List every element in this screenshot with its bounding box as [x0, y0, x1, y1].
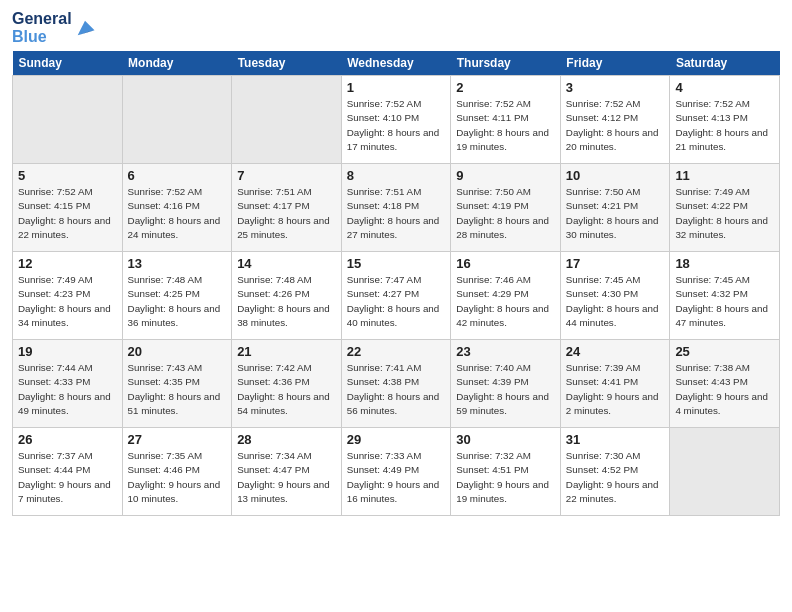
calendar-cell: 18Sunrise: 7:45 AM Sunset: 4:32 PM Dayli…	[670, 252, 780, 340]
day-number: 22	[347, 344, 446, 359]
calendar-cell: 11Sunrise: 7:49 AM Sunset: 4:22 PM Dayli…	[670, 164, 780, 252]
calendar-cell: 3Sunrise: 7:52 AM Sunset: 4:12 PM Daylig…	[560, 76, 670, 164]
calendar-week-5: 26Sunrise: 7:37 AM Sunset: 4:44 PM Dayli…	[13, 428, 780, 516]
day-number: 9	[456, 168, 555, 183]
day-number: 7	[237, 168, 336, 183]
calendar-cell: 30Sunrise: 7:32 AM Sunset: 4:51 PM Dayli…	[451, 428, 561, 516]
day-number: 24	[566, 344, 665, 359]
day-number: 17	[566, 256, 665, 271]
day-number: 11	[675, 168, 774, 183]
weekday-header-row: SundayMondayTuesdayWednesdayThursdayFrid…	[13, 51, 780, 76]
day-number: 29	[347, 432, 446, 447]
calendar-cell: 25Sunrise: 7:38 AM Sunset: 4:43 PM Dayli…	[670, 340, 780, 428]
day-info: Sunrise: 7:51 AM Sunset: 4:17 PM Dayligh…	[237, 185, 336, 242]
day-info: Sunrise: 7:47 AM Sunset: 4:27 PM Dayligh…	[347, 273, 446, 330]
calendar-cell: 5Sunrise: 7:52 AM Sunset: 4:15 PM Daylig…	[13, 164, 123, 252]
logo: GeneralBlue	[12, 10, 96, 45]
day-number: 16	[456, 256, 555, 271]
calendar-cell: 16Sunrise: 7:46 AM Sunset: 4:29 PM Dayli…	[451, 252, 561, 340]
calendar-cell: 26Sunrise: 7:37 AM Sunset: 4:44 PM Dayli…	[13, 428, 123, 516]
day-info: Sunrise: 7:48 AM Sunset: 4:26 PM Dayligh…	[237, 273, 336, 330]
calendar-table: SundayMondayTuesdayWednesdayThursdayFrid…	[12, 51, 780, 516]
day-info: Sunrise: 7:34 AM Sunset: 4:47 PM Dayligh…	[237, 449, 336, 506]
logo-icon	[74, 17, 96, 39]
weekday-header-saturday: Saturday	[670, 51, 780, 76]
day-info: Sunrise: 7:33 AM Sunset: 4:49 PM Dayligh…	[347, 449, 446, 506]
day-number: 6	[128, 168, 227, 183]
day-number: 30	[456, 432, 555, 447]
weekday-header-sunday: Sunday	[13, 51, 123, 76]
calendar-cell: 29Sunrise: 7:33 AM Sunset: 4:49 PM Dayli…	[341, 428, 451, 516]
calendar-cell: 31Sunrise: 7:30 AM Sunset: 4:52 PM Dayli…	[560, 428, 670, 516]
calendar-cell: 9Sunrise: 7:50 AM Sunset: 4:19 PM Daylig…	[451, 164, 561, 252]
calendar-cell: 6Sunrise: 7:52 AM Sunset: 4:16 PM Daylig…	[122, 164, 232, 252]
day-number: 10	[566, 168, 665, 183]
weekday-header-wednesday: Wednesday	[341, 51, 451, 76]
calendar-week-1: 1Sunrise: 7:52 AM Sunset: 4:10 PM Daylig…	[13, 76, 780, 164]
day-info: Sunrise: 7:45 AM Sunset: 4:32 PM Dayligh…	[675, 273, 774, 330]
calendar-cell: 15Sunrise: 7:47 AM Sunset: 4:27 PM Dayli…	[341, 252, 451, 340]
calendar-cell: 12Sunrise: 7:49 AM Sunset: 4:23 PM Dayli…	[13, 252, 123, 340]
day-number: 18	[675, 256, 774, 271]
day-number: 5	[18, 168, 117, 183]
calendar-cell: 13Sunrise: 7:48 AM Sunset: 4:25 PM Dayli…	[122, 252, 232, 340]
weekday-header-monday: Monday	[122, 51, 232, 76]
day-number: 31	[566, 432, 665, 447]
calendar-cell: 14Sunrise: 7:48 AM Sunset: 4:26 PM Dayli…	[232, 252, 342, 340]
day-info: Sunrise: 7:38 AM Sunset: 4:43 PM Dayligh…	[675, 361, 774, 418]
day-info: Sunrise: 7:42 AM Sunset: 4:36 PM Dayligh…	[237, 361, 336, 418]
day-info: Sunrise: 7:48 AM Sunset: 4:25 PM Dayligh…	[128, 273, 227, 330]
day-info: Sunrise: 7:52 AM Sunset: 4:11 PM Dayligh…	[456, 97, 555, 154]
calendar-cell	[232, 76, 342, 164]
day-number: 28	[237, 432, 336, 447]
calendar-cell: 4Sunrise: 7:52 AM Sunset: 4:13 PM Daylig…	[670, 76, 780, 164]
day-number: 19	[18, 344, 117, 359]
calendar-cell	[13, 76, 123, 164]
day-info: Sunrise: 7:52 AM Sunset: 4:15 PM Dayligh…	[18, 185, 117, 242]
day-info: Sunrise: 7:39 AM Sunset: 4:41 PM Dayligh…	[566, 361, 665, 418]
day-info: Sunrise: 7:46 AM Sunset: 4:29 PM Dayligh…	[456, 273, 555, 330]
day-info: Sunrise: 7:49 AM Sunset: 4:22 PM Dayligh…	[675, 185, 774, 242]
day-number: 1	[347, 80, 446, 95]
day-number: 8	[347, 168, 446, 183]
calendar-week-2: 5Sunrise: 7:52 AM Sunset: 4:15 PM Daylig…	[13, 164, 780, 252]
calendar-cell: 21Sunrise: 7:42 AM Sunset: 4:36 PM Dayli…	[232, 340, 342, 428]
day-info: Sunrise: 7:52 AM Sunset: 4:13 PM Dayligh…	[675, 97, 774, 154]
calendar-cell: 19Sunrise: 7:44 AM Sunset: 4:33 PM Dayli…	[13, 340, 123, 428]
day-info: Sunrise: 7:52 AM Sunset: 4:16 PM Dayligh…	[128, 185, 227, 242]
calendar-cell: 10Sunrise: 7:50 AM Sunset: 4:21 PM Dayli…	[560, 164, 670, 252]
day-info: Sunrise: 7:44 AM Sunset: 4:33 PM Dayligh…	[18, 361, 117, 418]
calendar-cell: 23Sunrise: 7:40 AM Sunset: 4:39 PM Dayli…	[451, 340, 561, 428]
day-info: Sunrise: 7:43 AM Sunset: 4:35 PM Dayligh…	[128, 361, 227, 418]
calendar-cell: 17Sunrise: 7:45 AM Sunset: 4:30 PM Dayli…	[560, 252, 670, 340]
day-info: Sunrise: 7:50 AM Sunset: 4:21 PM Dayligh…	[566, 185, 665, 242]
day-info: Sunrise: 7:37 AM Sunset: 4:44 PM Dayligh…	[18, 449, 117, 506]
calendar-cell: 27Sunrise: 7:35 AM Sunset: 4:46 PM Dayli…	[122, 428, 232, 516]
day-number: 14	[237, 256, 336, 271]
day-number: 20	[128, 344, 227, 359]
day-number: 15	[347, 256, 446, 271]
day-info: Sunrise: 7:41 AM Sunset: 4:38 PM Dayligh…	[347, 361, 446, 418]
calendar-week-4: 19Sunrise: 7:44 AM Sunset: 4:33 PM Dayli…	[13, 340, 780, 428]
calendar-cell: 22Sunrise: 7:41 AM Sunset: 4:38 PM Dayli…	[341, 340, 451, 428]
header: GeneralBlue	[12, 10, 780, 45]
calendar-cell	[670, 428, 780, 516]
day-info: Sunrise: 7:49 AM Sunset: 4:23 PM Dayligh…	[18, 273, 117, 330]
logo-text: GeneralBlue	[12, 10, 72, 45]
calendar-cell: 1Sunrise: 7:52 AM Sunset: 4:10 PM Daylig…	[341, 76, 451, 164]
day-info: Sunrise: 7:50 AM Sunset: 4:19 PM Dayligh…	[456, 185, 555, 242]
day-info: Sunrise: 7:35 AM Sunset: 4:46 PM Dayligh…	[128, 449, 227, 506]
day-info: Sunrise: 7:52 AM Sunset: 4:12 PM Dayligh…	[566, 97, 665, 154]
day-info: Sunrise: 7:52 AM Sunset: 4:10 PM Dayligh…	[347, 97, 446, 154]
calendar-cell	[122, 76, 232, 164]
calendar-cell: 24Sunrise: 7:39 AM Sunset: 4:41 PM Dayli…	[560, 340, 670, 428]
day-info: Sunrise: 7:30 AM Sunset: 4:52 PM Dayligh…	[566, 449, 665, 506]
day-number: 12	[18, 256, 117, 271]
day-info: Sunrise: 7:32 AM Sunset: 4:51 PM Dayligh…	[456, 449, 555, 506]
calendar-cell: 20Sunrise: 7:43 AM Sunset: 4:35 PM Dayli…	[122, 340, 232, 428]
day-number: 21	[237, 344, 336, 359]
day-info: Sunrise: 7:51 AM Sunset: 4:18 PM Dayligh…	[347, 185, 446, 242]
calendar-cell: 2Sunrise: 7:52 AM Sunset: 4:11 PM Daylig…	[451, 76, 561, 164]
calendar-cell: 7Sunrise: 7:51 AM Sunset: 4:17 PM Daylig…	[232, 164, 342, 252]
weekday-header-tuesday: Tuesday	[232, 51, 342, 76]
